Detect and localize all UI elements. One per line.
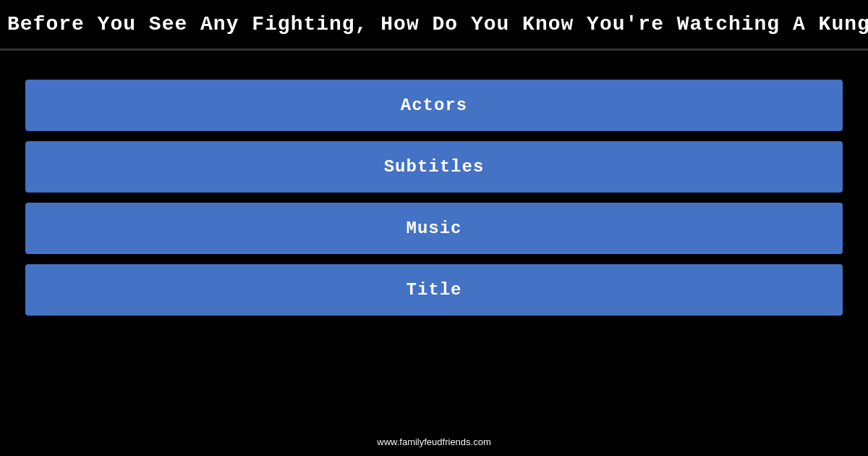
answer-button-2[interactable]: Subtitles: [25, 141, 843, 193]
question-text: Before You See Any Fighting, How Do You …: [7, 13, 868, 35]
answer-button-3[interactable]: Music: [25, 203, 843, 254]
footer: www.familyfeudfriends.com: [377, 436, 491, 447]
answer-button-4[interactable]: Title: [25, 264, 843, 316]
footer-url: www.familyfeudfriends.com: [377, 436, 491, 447]
answer-button-1[interactable]: Actors: [25, 80, 843, 131]
question-bar: Before You See Any Fighting, How Do You …: [0, 0, 868, 51]
answers-container: Actors Subtitles Music Title: [0, 58, 868, 337]
